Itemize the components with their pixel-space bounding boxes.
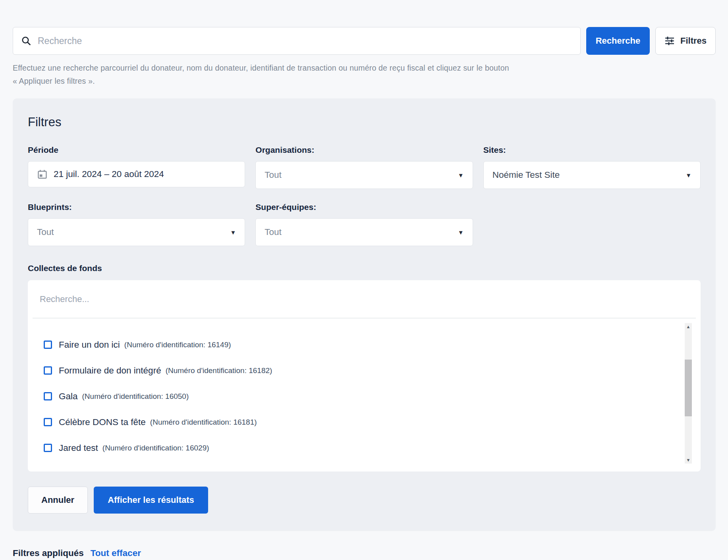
show-results-button[interactable]: Afficher les résultats: [94, 487, 208, 514]
fundraiser-id: (Numéro d'identification: 16029): [102, 444, 209, 452]
search-input[interactable]: [38, 36, 572, 46]
search-field[interactable]: [13, 27, 581, 55]
super-teams-select[interactable]: Tout ▼: [255, 218, 473, 246]
sites-label: Sites:: [483, 145, 701, 155]
scrollbar-thumb[interactable]: [685, 360, 692, 416]
sites-select[interactable]: Noémie Test Site ▼: [483, 161, 701, 189]
organisations-value: Tout: [265, 170, 282, 180]
search-help-line2: « Appliquer les filtres ».: [13, 77, 95, 85]
scroll-down-icon[interactable]: ▼: [685, 456, 692, 464]
scroll-up-icon[interactable]: ▲: [685, 323, 692, 330]
grid-spacer: [483, 202, 701, 246]
fundraiser-list-item[interactable]: Célèbre DONS ta fête (Numéro d'identific…: [44, 409, 673, 435]
period-label: Période: [28, 145, 245, 155]
filters-panel-title: Filtres: [28, 115, 701, 129]
period-value: 21 juil. 2024 – 20 août 2024: [54, 169, 164, 179]
cancel-button[interactable]: Annuler: [28, 487, 88, 514]
page: Recherche Filtres Effectuez une recherch…: [0, 0, 728, 558]
panel-actions: Annuler Afficher les résultats: [28, 487, 701, 514]
fundraiser-name: Formulaire de don intégré: [59, 366, 161, 376]
applied-filters-row: Filtres appliqués Tout effacer: [13, 548, 716, 558]
fundraiser-checkbox[interactable]: [44, 418, 52, 426]
scrollbar-track[interactable]: [685, 330, 692, 456]
filters-button-label: Filtres: [680, 36, 707, 46]
period-field-group: Période 21 juil. 2024 – 20 août 2024: [28, 145, 245, 189]
fundraiser-id: (Numéro d'identification: 16050): [82, 392, 189, 401]
fundraiser-name: Gala: [59, 391, 78, 402]
filters-toggle-button[interactable]: Filtres: [655, 27, 716, 55]
search-icon: [21, 36, 31, 46]
search-help-text: Effectuez une recherche parcourriel du d…: [13, 62, 716, 88]
sites-value: Noémie Test Site: [492, 170, 560, 180]
fundraisers-search-input[interactable]: [40, 294, 689, 304]
filters-fields-grid: Période 21 juil. 2024 – 20 août 2024 Org…: [28, 145, 701, 246]
fundraiser-list-item[interactable]: Formulaire de don intégré (Numéro d'iden…: [44, 358, 673, 383]
blueprints-field-group: Blueprints: Tout ▼: [28, 202, 245, 246]
chevron-down-icon: ▼: [230, 229, 236, 236]
super-teams-value: Tout: [265, 227, 282, 237]
fundraisers-search-field[interactable]: [33, 280, 696, 318]
super-teams-field-group: Super-équipes: Tout ▼: [255, 202, 473, 246]
search-button[interactable]: Recherche: [586, 27, 650, 55]
fundraiser-checkbox[interactable]: [44, 444, 52, 452]
fundraiser-id: (Numéro d'identification: 16181): [150, 418, 257, 427]
calendar-icon: [37, 169, 48, 180]
fundraiser-name: Jared test: [59, 443, 98, 453]
fundraisers-list: Faire un don ici (Numéro d'identificatio…: [28, 318, 701, 471]
organisations-select[interactable]: Tout ▼: [255, 161, 473, 189]
fundraiser-list-item[interactable]: Faire un don ici (Numéro d'identificatio…: [44, 332, 673, 358]
sites-field-group: Sites: Noémie Test Site ▼: [483, 145, 701, 189]
fundraiser-checkbox[interactable]: [44, 341, 52, 349]
organisations-field-group: Organisations: Tout ▼: [255, 145, 473, 189]
organisations-label: Organisations:: [255, 145, 473, 155]
applied-filters-label: Filtres appliqués: [13, 548, 84, 558]
clear-all-filters-link[interactable]: Tout effacer: [91, 548, 141, 558]
search-help-line1: Effectuez une recherche parcourriel du d…: [13, 64, 509, 72]
fundraisers-section: Collectes de fonds Faire un don ici (Num…: [28, 264, 701, 471]
fundraiser-checkbox[interactable]: [44, 366, 52, 375]
fundraiser-list-item[interactable]: Gala (Numéro d'identification: 16050): [44, 383, 673, 409]
fundraiser-list-item[interactable]: Jared test (Numéro d'identification: 160…: [44, 435, 673, 461]
super-teams-label: Super-équipes:: [255, 202, 473, 212]
fundraiser-id: (Numéro d'identification: 16182): [166, 366, 272, 375]
chevron-down-icon: ▼: [458, 229, 464, 236]
filters-panel: Filtres Période 21 juil. 2024 – 20 août …: [13, 98, 716, 531]
chevron-down-icon: ▼: [458, 172, 464, 179]
fundraiser-id: (Numéro d'identification: 16149): [124, 341, 231, 349]
period-date-range-picker[interactable]: 21 juil. 2024 – 20 août 2024: [28, 161, 245, 187]
fundraiser-name: Faire un don ici: [59, 340, 120, 350]
blueprints-value: Tout: [37, 227, 54, 237]
blueprints-label: Blueprints:: [28, 202, 245, 212]
fundraisers-scrollbar[interactable]: ▲ ▼: [685, 323, 692, 464]
fundraiser-name: Célèbre DONS ta fête: [59, 417, 146, 427]
chevron-down-icon: ▼: [686, 172, 691, 179]
blueprints-select[interactable]: Tout ▼: [28, 218, 245, 246]
search-row: Recherche Filtres: [13, 27, 716, 55]
fundraisers-list-box: Faire un don ici (Numéro d'identificatio…: [28, 280, 701, 471]
fundraiser-checkbox[interactable]: [44, 392, 52, 400]
sliders-icon: [664, 36, 675, 46]
fundraisers-label: Collectes de fonds: [28, 264, 701, 273]
